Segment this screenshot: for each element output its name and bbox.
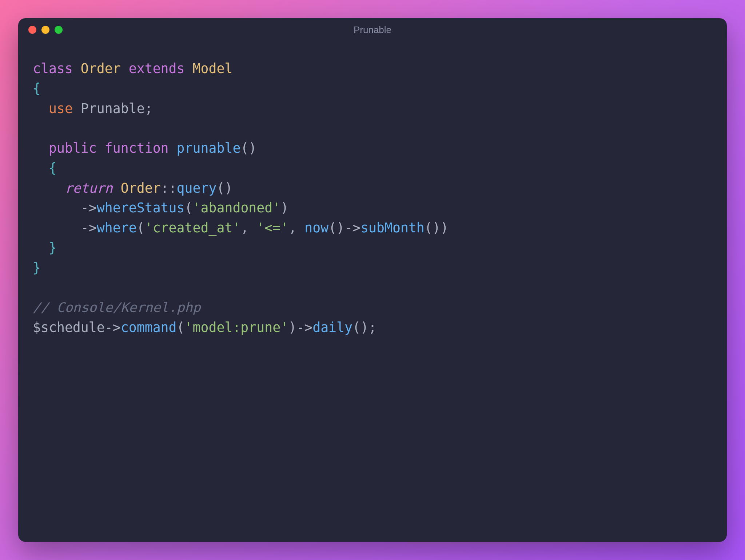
parens: () xyxy=(425,220,441,236)
string-abandoned: 'abandoned' xyxy=(193,200,281,216)
parens: () xyxy=(352,320,368,335)
comma: , xyxy=(288,220,304,236)
string-created-at: 'created_at' xyxy=(145,220,241,236)
close-icon[interactable] xyxy=(28,26,36,34)
function-now: now xyxy=(304,220,328,236)
class-name-order: Order xyxy=(81,61,121,76)
paren-open: ( xyxy=(177,320,185,335)
traffic-lights xyxy=(28,26,63,34)
variable-schedule: $schedule xyxy=(33,320,105,335)
keyword-function: function xyxy=(105,140,169,156)
minimize-icon[interactable] xyxy=(41,26,49,34)
code-window: Prunable class Order extends Model { use… xyxy=(18,18,727,542)
keyword-public: public xyxy=(49,140,97,156)
string-lte: '<=' xyxy=(256,220,288,236)
comma: , xyxy=(240,220,256,236)
semicolon: ; xyxy=(368,320,377,335)
titlebar: Prunable xyxy=(18,18,727,41)
keyword-use: use xyxy=(49,101,73,116)
paren-close: ) xyxy=(280,200,288,216)
class-name-model: Model xyxy=(193,61,233,76)
paren-open: ( xyxy=(185,200,193,216)
window-title: Prunable xyxy=(354,24,391,36)
method-submonth: subMonth xyxy=(360,220,425,236)
keyword-extends: extends xyxy=(129,61,185,76)
parens: () xyxy=(216,180,232,196)
paren-close: ) xyxy=(441,220,449,236)
parens: () xyxy=(328,220,344,236)
zoom-icon[interactable] xyxy=(55,26,63,34)
method-daily: daily xyxy=(312,320,352,335)
method-query: query xyxy=(177,180,217,196)
function-name-prunable: prunable xyxy=(177,140,241,156)
paren-open: ( xyxy=(137,220,145,236)
arrow-op: -> xyxy=(296,320,312,335)
trait-prunable: Prunable xyxy=(81,101,145,116)
comment-kernel: // Console/Kernel.php xyxy=(33,300,200,315)
keyword-class: class xyxy=(33,61,73,76)
parens: () xyxy=(240,140,256,156)
semicolon: ; xyxy=(145,101,153,116)
string-model-prune: 'model:prune' xyxy=(185,320,289,335)
code-editor[interactable]: class Order extends Model { use Prunable… xyxy=(18,41,727,542)
paren-close: ) xyxy=(288,320,296,335)
arrow-op: -> xyxy=(105,320,121,335)
brace-open: { xyxy=(49,160,57,176)
arrow-op: -> xyxy=(81,200,97,216)
method-where-status: whereStatus xyxy=(97,200,185,216)
brace-open: { xyxy=(33,81,41,96)
method-where: where xyxy=(97,220,137,236)
keyword-return: return xyxy=(65,180,113,196)
class-name-order: Order xyxy=(121,180,161,196)
arrow-op: -> xyxy=(81,220,97,236)
arrow-op: -> xyxy=(344,220,360,236)
method-command: command xyxy=(121,320,177,335)
brace-close: } xyxy=(49,240,57,256)
double-colon: :: xyxy=(161,180,177,196)
brace-close: } xyxy=(33,260,41,276)
